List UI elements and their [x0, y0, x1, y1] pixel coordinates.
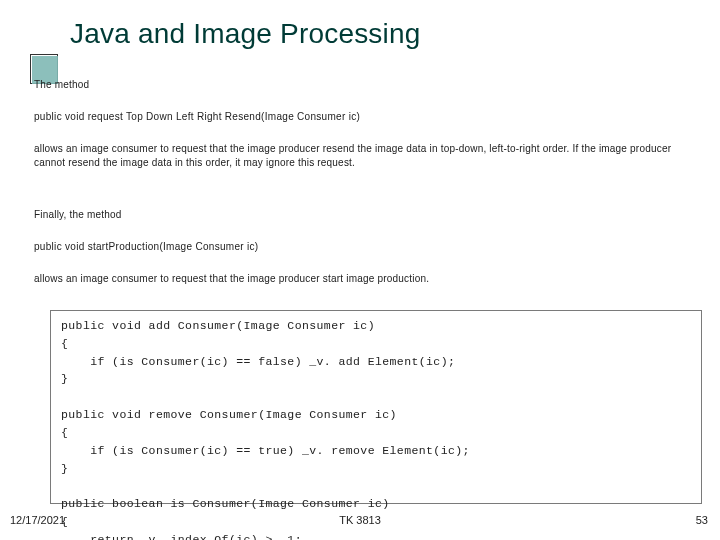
text-finally: Finally, the method — [34, 208, 690, 222]
text-intro: The method — [34, 78, 690, 92]
method-signature-1: public void request Top Down Left Right … — [34, 110, 690, 124]
code-listing: public void add Consumer(Image Consumer … — [50, 310, 702, 504]
text-desc-2: allows an image consumer to request that… — [34, 272, 690, 286]
text-desc-1: allows an image consumer to request that… — [34, 142, 690, 169]
footer-course: TK 3813 — [0, 514, 720, 526]
footer-page-number: 53 — [696, 514, 708, 526]
page-title: Java and Image Processing — [70, 18, 421, 50]
footer: 12/17/2021 TK 3813 53 — [0, 514, 720, 532]
method-signature-2: public void startProduction(Image Consum… — [34, 240, 690, 254]
slide: Java and Image Processing The method pub… — [0, 0, 720, 540]
